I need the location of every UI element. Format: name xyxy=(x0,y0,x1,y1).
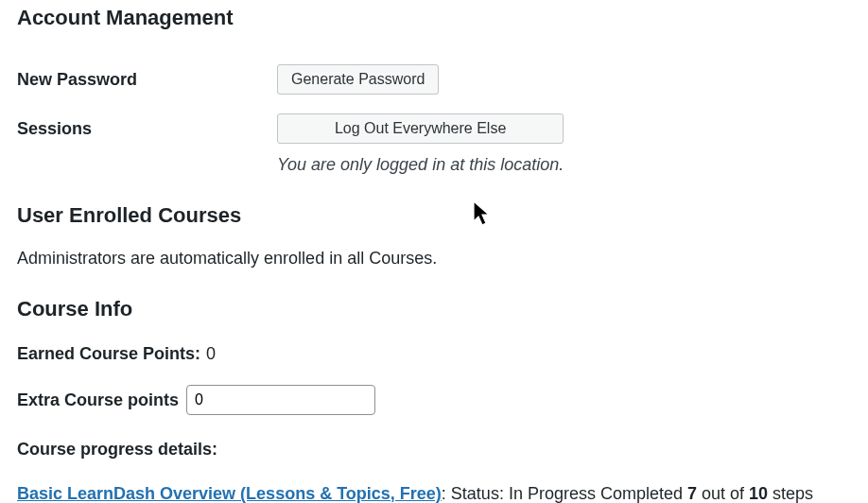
course-status-text: : Status: In Progress Completed xyxy=(442,484,687,503)
generate-password-button[interactable]: Generate Password xyxy=(277,64,439,95)
earned-points-value: 0 xyxy=(206,344,216,364)
account-management-heading: Account Management xyxy=(17,6,851,30)
course-outof-text: out of xyxy=(697,484,749,503)
sessions-label: Sessions xyxy=(17,113,277,139)
course-steps-text: steps xyxy=(768,484,813,503)
course-total-count: 10 xyxy=(749,484,768,503)
course-progress-heading: Course progress details: xyxy=(17,440,851,460)
extra-points-input[interactable] xyxy=(186,385,375,415)
admin-enrolled-note: Administrators are automatically enrolle… xyxy=(17,249,851,269)
logout-everywhere-button[interactable]: Log Out Everywhere Else xyxy=(277,113,564,144)
new-password-label: New Password xyxy=(17,64,277,90)
user-enrolled-courses-heading: User Enrolled Courses xyxy=(17,203,851,228)
earned-points-row: Earned Course Points: 0 xyxy=(17,344,851,364)
extra-points-label: Extra Course points xyxy=(17,390,179,410)
session-note: You are only logged in at this location. xyxy=(277,155,564,175)
extra-points-row: Extra Course points xyxy=(17,385,851,415)
course-name-link[interactable]: Basic LearnDash Overview (Lessons & Topi… xyxy=(17,484,442,503)
earned-points-label: Earned Course Points: xyxy=(17,344,200,364)
sessions-row: Sessions Log Out Everywhere Else You are… xyxy=(17,113,851,175)
course-progress-item: Basic LearnDash Overview (Lessons & Topi… xyxy=(17,482,851,503)
new-password-row: New Password Generate Password xyxy=(17,64,851,95)
course-info-heading: Course Info xyxy=(17,297,851,321)
course-completed-count: 7 xyxy=(687,484,697,503)
